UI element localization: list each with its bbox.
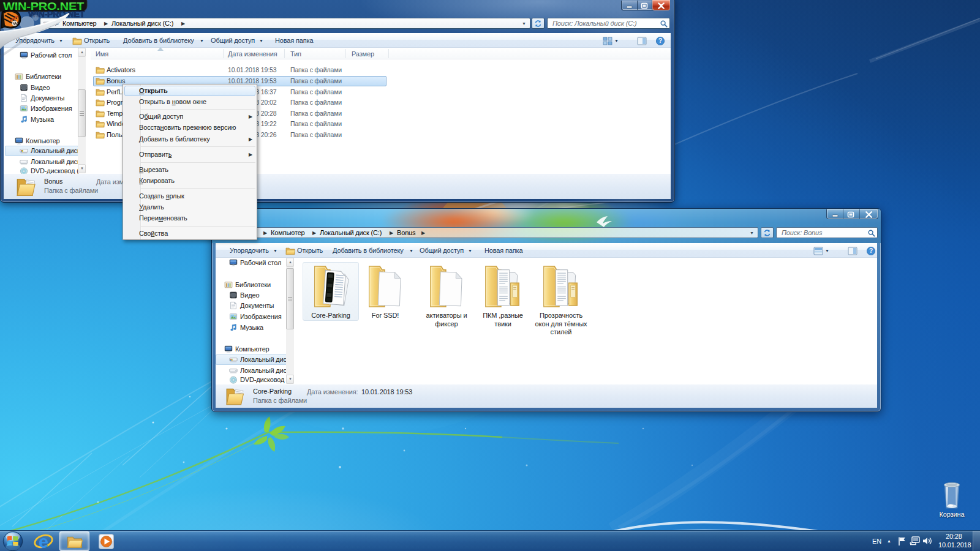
svg-text:e: e [39, 532, 48, 551]
svg-text:WIN-PRO.NET: WIN-PRO.NET [3, 1, 84, 12]
svg-text:?: ? [869, 247, 873, 254]
svg-text:?: ? [658, 37, 662, 44]
